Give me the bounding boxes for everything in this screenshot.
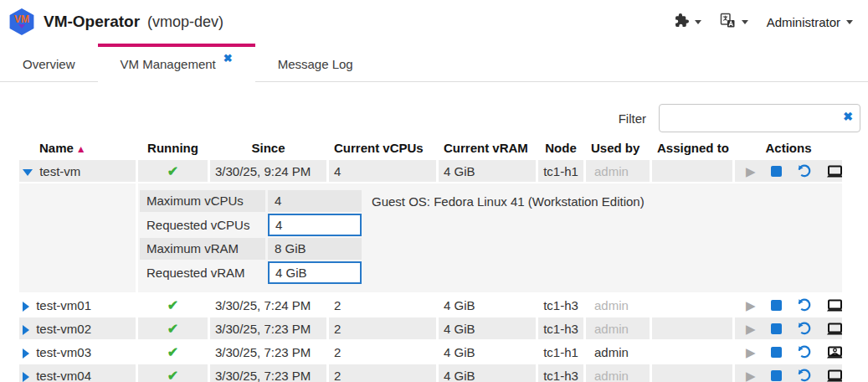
filter-field: ✖ [659, 104, 860, 132]
column-header-actions[interactable]: Actions [735, 137, 842, 158]
sort-ascending-icon: ▲ [76, 143, 86, 155]
node-value: tc1-h1 [538, 341, 583, 363]
translate-icon [720, 13, 736, 31]
expand-toggle-icon[interactable] [23, 169, 33, 176]
restart-vm-button[interactable] [797, 345, 811, 359]
start-vm-button[interactable]: ▶ [746, 322, 756, 337]
guest-os-text: Guest OS: Fedora Linux 41 (Workstation E… [372, 190, 645, 209]
vcpus-value: 2 [329, 317, 436, 339]
restart-vm-button[interactable] [797, 369, 811, 382]
requested-vram-label: Requested vRAM [140, 262, 265, 284]
used-by-value: admin [586, 341, 650, 363]
vcpus-value: 2 [329, 341, 436, 363]
start-vm-button[interactable]: ▶ [746, 369, 756, 382]
expand-toggle-icon[interactable] [23, 325, 29, 335]
app-subtitle: (vmop-dev) [147, 13, 223, 31]
console-icon [826, 323, 842, 336]
filter-label: Filter [619, 111, 646, 126]
used-by-value: admin [586, 364, 650, 382]
table-row: test-vm04 ✔ 3/30/25, 7:23 PM 2 4 GiB tc1… [19, 364, 842, 382]
requested-vcpus-input[interactable] [268, 214, 362, 236]
vram-value: 4 GiB [439, 294, 536, 316]
expand-toggle-icon[interactable] [23, 348, 29, 359]
column-header-assigned[interactable]: Assigned to [652, 137, 732, 158]
restart-icon [797, 369, 811, 382]
restart-vm-button[interactable] [797, 322, 811, 336]
running-check-icon: ✔ [167, 369, 178, 382]
node-value: tc1-h1 [538, 160, 583, 182]
open-console-button[interactable] [826, 299, 842, 312]
since-value: 3/30/25, 7:23 PM [210, 341, 326, 363]
tab-vm-management[interactable]: VM Management ✖ [98, 44, 255, 82]
open-console-button[interactable] [826, 369, 842, 382]
restart-vm-button[interactable] [797, 298, 811, 312]
column-header-running[interactable]: Running [138, 137, 208, 158]
column-header-node[interactable]: Node [538, 137, 583, 158]
start-vm-button[interactable]: ▶ [746, 164, 756, 179]
since-value: 3/30/25, 7:23 PM [210, 364, 326, 382]
stop-vm-button[interactable] [771, 347, 782, 358]
column-header-name[interactable]: Name▲ [19, 137, 136, 158]
table-row: test-vm ✔ 3/30/25, 9:24 PM 4 4 GiB tc1-h… [19, 160, 842, 182]
chevron-down-icon [742, 20, 748, 24]
vm-resource-form: Maximum vCPUs 4 Requested vCPUs Maximum … [140, 190, 362, 284]
filter-row: Filter ✖ [0, 104, 860, 132]
vcpus-value: 2 [329, 294, 436, 316]
stop-vm-button[interactable] [771, 300, 782, 311]
since-value: 3/30/25, 7:24 PM [210, 294, 326, 316]
open-console-button[interactable] [826, 323, 842, 336]
vm-table-container: Name▲ Running Since Current vCPUs Curren… [0, 136, 868, 382]
table-header-row: Name▲ Running Since Current vCPUs Curren… [19, 137, 842, 158]
open-console-button[interactable] [826, 165, 842, 178]
restart-vm-button[interactable] [797, 164, 811, 178]
node-value: tc1-h3 [538, 364, 583, 382]
vm-name: test-vm [39, 164, 80, 178]
column-header-used-by[interactable]: Used by [586, 137, 650, 158]
vm-detail-row: Maximum vCPUs 4 Requested vCPUs Maximum … [19, 183, 842, 292]
user-menu-button[interactable]: Administrator [767, 15, 853, 29]
clear-filter-icon[interactable]: ✖ [843, 110, 853, 123]
stop-vm-button[interactable] [771, 323, 782, 334]
vcpus-value: 2 [329, 364, 436, 382]
running-check-icon: ✔ [167, 164, 178, 178]
open-console-button[interactable] [826, 346, 842, 359]
requested-vram-input[interactable] [268, 261, 362, 284]
language-menu-button[interactable] [720, 13, 748, 31]
vram-value: 4 GiB [439, 364, 536, 382]
app-logo-icon: VM [8, 8, 35, 35]
used-by-value: admin [586, 294, 650, 316]
used-by-value: admin [586, 317, 650, 339]
tab-message-log[interactable]: Message Log [255, 44, 376, 81]
stop-vm-button[interactable] [771, 166, 782, 177]
assigned-to-value [652, 364, 732, 382]
maximum-vram-label: Maximum vRAM [140, 238, 265, 260]
puzzle-icon [675, 13, 689, 30]
vm-name: test-vm04 [36, 369, 91, 382]
stop-vm-button[interactable] [771, 370, 782, 381]
app-header: VM VM-Operator (vmop-dev) Administrator [0, 0, 868, 44]
tab-overview[interactable]: Overview [0, 44, 98, 81]
vram-value: 4 GiB [439, 341, 536, 363]
tab-label: Message Log [278, 57, 353, 71]
vram-value: 4 GiB [439, 317, 536, 339]
tab-label: Overview [23, 57, 75, 71]
chevron-down-icon [846, 20, 853, 24]
node-value: tc1-h3 [538, 294, 583, 316]
column-header-vram[interactable]: Current vRAM [439, 137, 536, 158]
column-header-vcpus[interactable]: Current vCPUs [329, 137, 436, 158]
logo-text: VM [14, 15, 29, 24]
vm-name: test-vm02 [36, 322, 91, 336]
filter-input[interactable] [659, 104, 860, 132]
start-vm-button[interactable]: ▶ [746, 298, 756, 313]
console-in-use-icon [826, 346, 842, 359]
column-header-since[interactable]: Since [210, 137, 326, 158]
close-tab-icon[interactable]: ✖ [223, 52, 233, 65]
table-row: test-vm03 ✔ 3/30/25, 7:23 PM 2 4 GiB tc1… [19, 341, 842, 363]
expand-toggle-icon[interactable] [23, 302, 29, 312]
expand-toggle-icon[interactable] [23, 372, 29, 382]
assigned-to-value [652, 317, 732, 339]
start-vm-button[interactable]: ▶ [746, 345, 756, 360]
components-menu-button[interactable] [675, 13, 701, 30]
vcpus-value: 4 [329, 160, 436, 182]
logo-caret-icon [18, 24, 25, 28]
